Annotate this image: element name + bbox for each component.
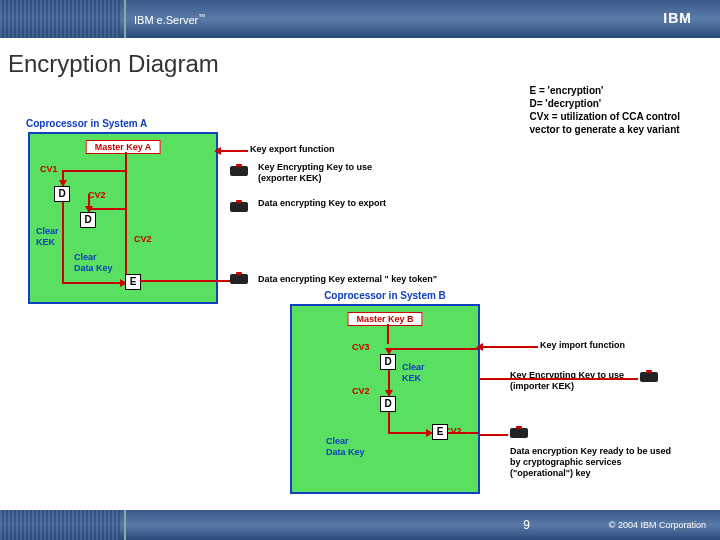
- box-e-a: E: [125, 274, 141, 290]
- coprocessor-a-title: Coprocessor in System A: [26, 118, 147, 129]
- kek-importer-label: Key Encrypting Key to use (importer KEK): [510, 370, 640, 392]
- master-key-a: Master Key A: [86, 140, 161, 154]
- cv1-label: CV1: [40, 164, 58, 174]
- token-icon-1: [230, 166, 248, 176]
- arrow-import: [476, 343, 483, 351]
- token-icon-2: [230, 202, 248, 212]
- token-icon-4: [640, 372, 658, 382]
- legend-cvx2: vector to generate a key variant: [530, 123, 680, 136]
- key-export-label: Key export function: [250, 144, 335, 155]
- legend-e: E = 'encryption': [530, 84, 680, 97]
- token-icon-3: [230, 274, 248, 284]
- line-e-out: [140, 280, 230, 282]
- data-enc-ready-label: Data encryption Key ready to be used by …: [510, 446, 680, 478]
- clear-datakey-label: Clear Data Key: [74, 252, 113, 274]
- box-d1: D: [54, 186, 70, 202]
- line-mka-down: [125, 152, 127, 282]
- line-d1-down: [62, 202, 64, 282]
- coprocessor-b-box: Coprocessor in System B Master Key B CV3…: [290, 304, 480, 494]
- line-export: [218, 150, 248, 152]
- legend-d: D= 'decryption': [530, 97, 680, 110]
- footer-pattern: [0, 510, 120, 540]
- line-cv1: [62, 170, 125, 172]
- footer-divider: [124, 510, 126, 540]
- line-ready: [480, 434, 508, 436]
- header-bar: IBM e.Server™ IBM: [0, 0, 720, 38]
- cv2a-label: CV2: [88, 190, 106, 200]
- line-h-e-b: [388, 432, 428, 434]
- cv2b-label: CV2: [134, 234, 152, 244]
- line-cv2a: [88, 208, 125, 210]
- box-e-b: E: [432, 424, 448, 440]
- header-divider: [124, 0, 126, 38]
- line-importer-kek: [480, 378, 638, 380]
- page-number: 9: [523, 518, 530, 532]
- cv3-label: CV3: [352, 342, 370, 352]
- coprocessor-b-title: Coprocessor in System B: [324, 290, 446, 301]
- box-d4: D: [380, 396, 396, 412]
- master-key-b: Master Key B: [347, 312, 422, 326]
- header-pattern: [0, 0, 120, 38]
- line-e-out-b: [448, 432, 478, 434]
- token-icon-5: [510, 428, 528, 438]
- legend: E = 'encryption' D= 'decryption' CVx = u…: [530, 84, 680, 136]
- legend-cvx1: CVx = utilization of CCA control: [530, 110, 680, 123]
- clear-datakey-b-label: Clear Data Key: [326, 436, 365, 458]
- clear-kek-b-label: Clear KEK: [402, 362, 425, 384]
- line-d3-down: [388, 370, 390, 392]
- line-cv3: [388, 348, 478, 350]
- external-keytoken-label: Data encrypting Key external " key token…: [258, 274, 437, 285]
- box-d2: D: [80, 212, 96, 228]
- line-import: [480, 346, 538, 348]
- data-enc-export-label: Data encrypting Key to export: [258, 198, 398, 209]
- ibm-logo: IBM: [663, 10, 692, 26]
- coprocessor-a-box: Coprocessor in System A Master Key A CV1…: [28, 132, 218, 304]
- kek-exporter-label: Key Encrypting Key to use (exporter KEK): [258, 162, 398, 184]
- line-to-e: [62, 282, 122, 284]
- clear-kek-label: Clear KEK: [36, 226, 59, 248]
- page-title: Encryption Diagram: [8, 50, 720, 78]
- line-to-e-b: [388, 412, 390, 432]
- box-d3: D: [380, 354, 396, 370]
- footer-bar: 9 © 2004 IBM Corporation: [0, 510, 720, 540]
- line-mkb-down: [387, 324, 389, 344]
- key-import-label: Key import function: [540, 340, 640, 351]
- cv2-b1-label: CV2: [352, 386, 370, 396]
- diagram-area: E = 'encryption' D= 'decryption' CVx = u…: [10, 84, 710, 504]
- copyright: © 2004 IBM Corporation: [609, 520, 706, 530]
- product-name: IBM e.Server™: [134, 13, 205, 26]
- arrow-export: [214, 147, 221, 155]
